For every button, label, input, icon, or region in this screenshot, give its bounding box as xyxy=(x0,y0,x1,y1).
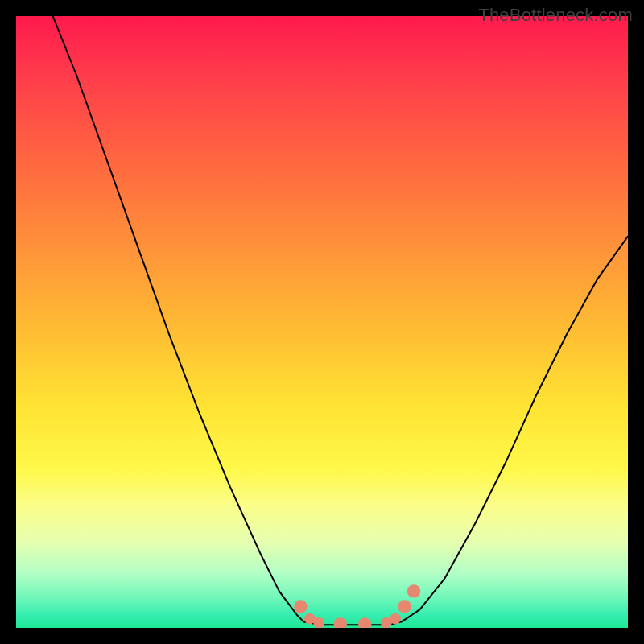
chart-frame: TheBottleneck.com xyxy=(0,0,644,644)
bottleneck-curve xyxy=(53,16,628,625)
curve-marker xyxy=(390,613,401,625)
plot-area xyxy=(16,16,628,628)
curve-marker xyxy=(407,584,420,597)
curve-layer xyxy=(16,16,628,628)
watermark-text: TheBottleneck.com xyxy=(478,5,633,26)
curve-marker xyxy=(358,617,371,628)
curve-marker xyxy=(334,617,347,628)
curve-marker xyxy=(294,600,307,613)
curve-marker xyxy=(398,600,411,613)
